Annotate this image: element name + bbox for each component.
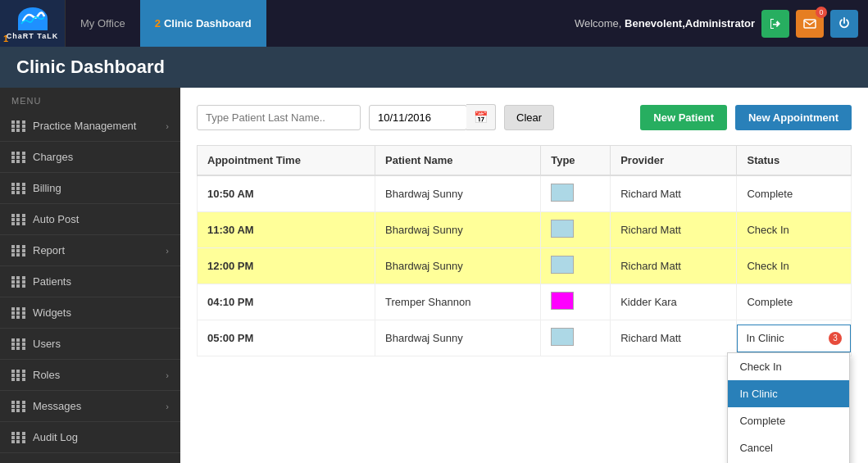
- status-option-check-in[interactable]: Check In: [728, 353, 849, 380]
- appointments-table: Appointment Time Patient Name Type Provi…: [197, 145, 852, 356]
- main-content: 📅 Clear New Patient New Appointment Appo…: [180, 88, 868, 463]
- chevron-right-icon: ›: [166, 370, 169, 380]
- appointment-type: [541, 248, 611, 284]
- col-type: Type: [541, 146, 611, 176]
- grid-icon: [11, 370, 26, 381]
- logo-icon: [18, 7, 48, 30]
- grid-icon: [11, 276, 26, 288]
- patient-name[interactable]: Bhardwaj Sunny: [375, 248, 541, 284]
- grid-icon: [11, 401, 26, 412]
- grid-icon: [11, 307, 26, 319]
- type-indicator: [551, 220, 574, 238]
- sidebar-label: Report: [33, 244, 65, 256]
- status-dropdown-menu: Check In In Clinic Complete Cancel No Sh…: [727, 352, 850, 464]
- grid-icon: [11, 152, 26, 163]
- type-indicator: [551, 256, 574, 274]
- tab-my-office[interactable]: My Office: [66, 0, 140, 47]
- grid-icon: [11, 245, 26, 256]
- new-patient-button[interactable]: New Patient: [640, 105, 727, 130]
- patient-name[interactable]: Tremper Shannon: [375, 284, 541, 320]
- nav-tabs: My Office 2 Clinic Dashboard: [66, 0, 266, 47]
- top-right: Welcome, Benevolent,Administrator 0: [575, 10, 868, 38]
- appointment-time: 04:10 PM: [198, 284, 375, 320]
- sidebar-label: Roles: [33, 369, 60, 381]
- provider-name: Richard Matt: [611, 248, 737, 284]
- search-input[interactable]: [197, 105, 361, 130]
- grid-icon: [11, 432, 26, 443]
- appointment-type: [541, 175, 611, 212]
- calendar-icon: 📅: [474, 111, 488, 124]
- date-input[interactable]: [369, 105, 467, 130]
- app-name: ChaRT TaLK: [7, 32, 58, 40]
- sidebar-item-widgets[interactable]: Widgets: [0, 297, 180, 329]
- clear-button[interactable]: Clear: [504, 105, 554, 130]
- provider-name: Richard Matt: [611, 320, 737, 356]
- status-cell: Complete: [737, 284, 852, 320]
- sidebar-item-users[interactable]: Users: [0, 329, 180, 360]
- appointment-type: [541, 212, 611, 248]
- sidebar-item-auto-post[interactable]: Auto Post: [0, 204, 180, 235]
- tab-num-badge: 1: [3, 34, 8, 43]
- sidebar-label: Auto Post: [33, 213, 79, 225]
- chevron-right-icon: ›: [166, 246, 169, 256]
- status-cell: Check In: [737, 212, 852, 248]
- svg-rect-0: [804, 20, 816, 28]
- sidebar-item-messages[interactable]: Messages ›: [0, 391, 180, 422]
- status-dropdown[interactable]: In Clinic 3 Check In In Clinic Complete …: [737, 325, 851, 352]
- patient-name[interactable]: Bhardwaj Sunny: [375, 320, 541, 356]
- appointment-time: 12:00 PM: [198, 248, 375, 284]
- sidebar-item-report[interactable]: Report ›: [0, 235, 180, 266]
- sidebar-item-patients[interactable]: Patients: [0, 266, 180, 297]
- appointment-time: 11:30 AM: [198, 212, 375, 248]
- sidebar-label: Practice Management: [33, 120, 136, 132]
- logo-area[interactable]: ChaRT TaLK 1: [0, 0, 66, 47]
- status-cell: Check In: [737, 248, 852, 284]
- patient-name[interactable]: Bhardwaj Sunny: [375, 212, 541, 248]
- col-appointment-time: Appointment Time: [198, 146, 375, 176]
- table-header-row: Appointment Time Patient Name Type Provi…: [198, 146, 852, 176]
- sidebar-label: Users: [33, 338, 61, 350]
- sidebar-item-billing[interactable]: Billing: [0, 173, 180, 204]
- col-provider: Provider: [611, 146, 737, 176]
- table-row: 11:30 AM Bhardwaj Sunny Richard Matt Che…: [198, 212, 852, 248]
- col-patient-name: Patient Name: [375, 146, 541, 176]
- sidebar-item-audit-log[interactable]: Audit Log: [0, 422, 180, 453]
- sidebar-item-charges[interactable]: Charges: [0, 142, 180, 173]
- page-header: Clinic Dashboard: [0, 47, 868, 88]
- grid-icon: [11, 120, 26, 132]
- appointment-time: 05:00 PM: [198, 320, 375, 356]
- new-appointment-button[interactable]: New Appointment: [735, 105, 852, 130]
- status-option-in-clinic[interactable]: In Clinic: [728, 380, 849, 407]
- mail-badge: 0: [816, 7, 827, 18]
- status-cell: Complete: [737, 175, 852, 212]
- calendar-button[interactable]: 📅: [466, 104, 496, 130]
- sidebar-item-practice-management[interactable]: Practice Management ›: [0, 111, 180, 142]
- grid-icon: [11, 183, 26, 194]
- status-dropdown-cell[interactable]: In Clinic 3 Check In In Clinic Complete …: [737, 320, 852, 356]
- tab-clinic-dashboard[interactable]: 2 Clinic Dashboard: [140, 0, 266, 47]
- sidebar-label: Charges: [33, 151, 73, 163]
- grid-icon: [11, 214, 26, 225]
- status-option-cancel[interactable]: Cancel: [728, 434, 849, 461]
- type-indicator: [551, 184, 574, 202]
- status-dropdown-value: In Clinic: [746, 332, 825, 344]
- patient-name[interactable]: Bhardwaj Sunny: [375, 175, 541, 212]
- logout-button[interactable]: [761, 10, 789, 38]
- table-row: 12:00 PM Bhardwaj Sunny Richard Matt Che…: [198, 248, 852, 284]
- chevron-right-icon: ›: [166, 121, 169, 131]
- mail-button[interactable]: 0: [796, 10, 824, 38]
- type-indicator: [551, 292, 574, 310]
- appointment-time: 10:50 AM: [198, 175, 375, 212]
- chevron-right-icon: ›: [166, 402, 169, 411]
- sidebar-label: Messages: [33, 400, 81, 412]
- provider-name: Kidder Kara: [611, 284, 737, 320]
- dropdown-badge: 3: [829, 332, 842, 345]
- table-row: 04:10 PM Tremper Shannon Kidder Kara Com…: [198, 284, 852, 320]
- welcome-text: Welcome, Benevolent,Administrator: [575, 17, 755, 30]
- power-button[interactable]: [830, 10, 858, 38]
- provider-name: Richard Matt: [611, 212, 737, 248]
- status-option-complete[interactable]: Complete: [728, 407, 849, 434]
- sidebar-label: Audit Log: [33, 431, 78, 443]
- sidebar-item-roles[interactable]: Roles ›: [0, 360, 180, 391]
- sidebar-label: Billing: [33, 182, 61, 194]
